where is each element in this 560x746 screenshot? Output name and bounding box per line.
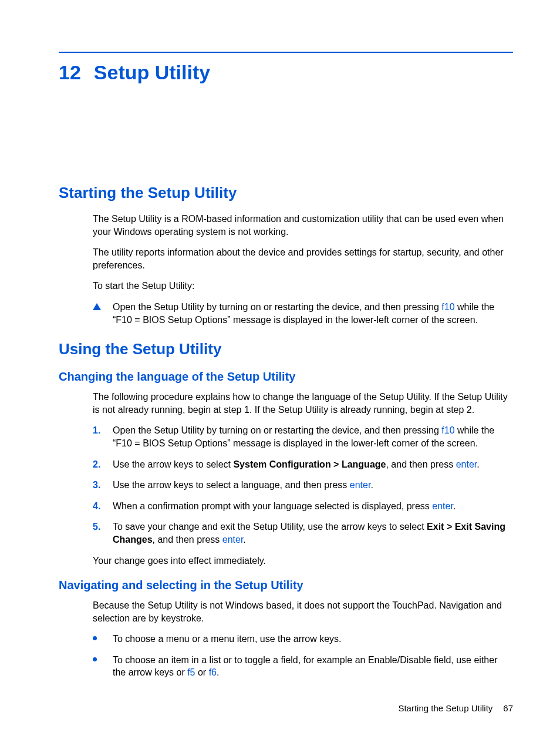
step-number: 3. xyxy=(93,479,113,492)
key-f5: f5 xyxy=(187,667,195,677)
bullet-icon xyxy=(93,636,97,640)
bullet-text: To choose an item in a list or to toggle… xyxy=(113,654,513,679)
step-text: Use the arrow keys to select System Conf… xyxy=(113,458,513,471)
key-enter: enter xyxy=(456,459,477,469)
key-enter: enter xyxy=(432,501,453,511)
paragraph: The utility reports information about th… xyxy=(93,246,513,271)
page: 12 Setup Utility Starting the Setup Util… xyxy=(0,0,560,746)
paragraph: To start the Setup Utility: xyxy=(93,280,513,293)
step-text: Open the Setup Utility by turning on or … xyxy=(113,424,513,449)
list-item: To choose a menu or a menu item, use the… xyxy=(93,633,513,646)
step-number: 5. xyxy=(93,520,113,533)
step-number: 2. xyxy=(93,458,113,471)
page-footer: Starting the Setup Utility67 xyxy=(398,703,513,713)
step-number: 4. xyxy=(93,500,113,513)
key-enter: enter xyxy=(222,535,244,545)
list-item: 4. When a confirmation prompt with your … xyxy=(93,500,513,513)
triangle-step: Open the Setup Utility by turning on or … xyxy=(93,301,513,326)
key-f6: f6 xyxy=(209,667,217,677)
bullet-icon xyxy=(93,657,97,661)
key-f10: f10 xyxy=(441,425,454,435)
paragraph: The following procedure explains how to … xyxy=(93,391,513,416)
key-enter: enter xyxy=(350,480,371,490)
key-f10: f10 xyxy=(441,302,454,312)
step-text: Use the arrow keys to select a language,… xyxy=(113,479,513,492)
list-item: 5. To save your change and exit the Setu… xyxy=(93,520,513,546)
step-text: Open the Setup Utility by turning on or … xyxy=(113,301,513,326)
subheading-language: Changing the language of the Setup Utili… xyxy=(59,370,513,384)
chapter-title: Setup Utility xyxy=(94,61,210,84)
triangle-icon xyxy=(93,303,101,310)
top-rule xyxy=(59,52,513,53)
footer-section-label: Starting the Setup Utility xyxy=(398,703,492,713)
step-text: To save your change and exit the Setup U… xyxy=(113,520,513,546)
page-number: 67 xyxy=(503,703,513,713)
section-heading-starting: Starting the Setup Utility xyxy=(59,184,513,202)
list-item: To choose an item in a list or to toggle… xyxy=(93,654,513,679)
step-text: When a confirmation prompt with your lan… xyxy=(113,500,513,513)
bullet-text: To choose a menu or a menu item, use the… xyxy=(113,633,513,646)
step-number: 1. xyxy=(93,424,113,437)
list-item: 1. Open the Setup Utility by turning on … xyxy=(93,424,513,449)
paragraph: The Setup Utility is a ROM-based informa… xyxy=(93,213,513,238)
chapter-number: 12 xyxy=(59,61,81,84)
section-heading-using: Using the Setup Utility xyxy=(59,340,513,358)
subheading-navigating: Navigating and selecting in the Setup Ut… xyxy=(59,579,513,592)
paragraph: Your change goes into effect immediately… xyxy=(93,555,513,567)
paragraph: Because the Setup Utility is not Windows… xyxy=(93,599,513,624)
list-item: 3. Use the arrow keys to select a langua… xyxy=(93,479,513,492)
list-item: 2. Use the arrow keys to select System C… xyxy=(93,458,513,471)
chapter-heading: 12 Setup Utility xyxy=(59,61,513,84)
